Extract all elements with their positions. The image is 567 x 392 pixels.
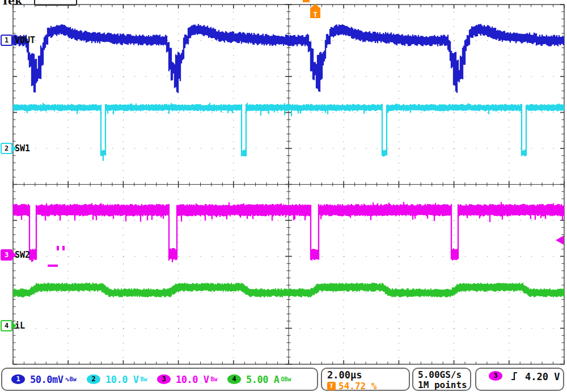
waveform-display [0, 0, 567, 367]
channel-scale-value: 10.0 V [176, 374, 209, 385]
trace-label-il: iL [15, 321, 25, 331]
channel-scale-suffix: ∿Bw [65, 376, 76, 382]
sw2-measurement-mark [57, 246, 59, 250]
channel-readout-ch4[interactable]: 45.00 AΩBw [227, 374, 307, 385]
channel-scale-suffix: ΩBw [281, 376, 291, 382]
channel-readout-ch1[interactable]: 150.0mV∿Bw [11, 374, 87, 385]
channel-scale-suffix: Bw [140, 376, 147, 382]
channel-readout-ch3[interactable]: 310.0 VBw [157, 374, 227, 385]
channel-marker-ch2[interactable]: 2 [1, 143, 12, 154]
trigger-level-arrow[interactable] [556, 236, 564, 245]
duty-trigger-icon: T [327, 382, 336, 390]
channel-marker-ch1[interactable]: 1 [1, 35, 12, 46]
trigger-position-tick [303, 0, 310, 2]
trigger-level-value: 4.20 V [525, 371, 560, 382]
channel-scale-suffix: Bw [210, 376, 217, 382]
channel-marker-ch3[interactable]: 3 [1, 249, 12, 261]
acquisition-readout[interactable]: 5.00GS/s 1M points [412, 368, 471, 391]
sample-rate: 5.00GS/s [418, 370, 470, 380]
channel-badge-ch1[interactable]: 1 [11, 374, 25, 384]
record-length: 1M points [418, 380, 470, 390]
trigger-readout[interactable]: 3 4.20 V [475, 368, 564, 391]
channel-marker-ch4[interactable]: 4 [1, 320, 12, 331]
channel-badge-ch2[interactable]: 2 [87, 374, 100, 384]
sw2-measurement-mark [48, 265, 58, 267]
channel-badge-ch3[interactable]: 3 [157, 374, 171, 384]
channel-readout-ch2[interactable]: 210.0 VBw [87, 374, 157, 385]
channel-scale-value: 10.0 V [105, 374, 138, 385]
trigger-source-badge: 3 [489, 371, 502, 381]
timebase-readout[interactable]: 2.00µs T 54.72 % [321, 368, 410, 391]
trace-label-sw1: SW1 [15, 143, 30, 154]
rising-edge-icon [510, 371, 518, 381]
channel-scale-value: 5.00 A [246, 374, 279, 385]
sw2-measurement-mark [62, 246, 65, 250]
channel-readout-bar: 150.0mV∿Bw210.0 VBw310.0 VBw45.00 AΩBw [1, 368, 318, 391]
trace-label-vout: VOUT [15, 35, 35, 45]
channel-scale-value: 50.0mV [30, 374, 63, 385]
duty-cycle-value: 54.72 % [338, 381, 376, 391]
channel-badge-ch4[interactable]: 4 [227, 374, 241, 384]
timebase-scale: 2.00µs [327, 370, 409, 380]
oscilloscope-screen: Tek T 150.0mV∿Bw210.0 VBw310.0 VBw45.00 … [0, 0, 567, 392]
trace-label-sw2: SW2 [15, 250, 30, 260]
